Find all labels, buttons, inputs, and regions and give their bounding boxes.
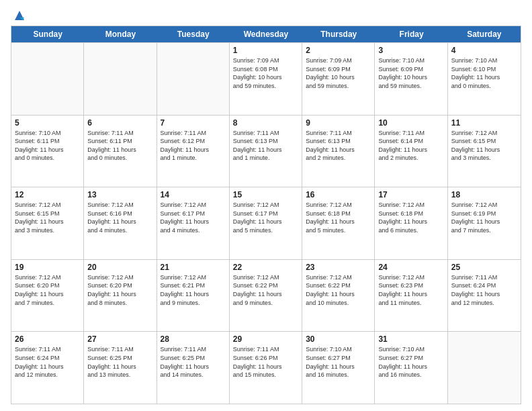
cal-cell: 9Sunrise: 7:11 AM Sunset: 6:13 PM Daylig… [302,116,375,187]
cal-cell: 12Sunrise: 7:12 AM Sunset: 6:15 PM Dayli… [11,187,84,259]
day-number: 18 [451,190,517,199]
day-number: 22 [233,263,298,272]
day-number: 23 [306,263,371,272]
cal-cell: 3Sunrise: 7:10 AM Sunset: 6:09 PM Daylig… [375,43,447,115]
day-number: 13 [87,190,152,199]
cal-cell: 28Sunrise: 7:11 AM Sunset: 6:25 PM Dayli… [157,332,230,404]
day-info: Sunrise: 7:12 AM Sunset: 6:15 PM Dayligh… [451,129,517,163]
logo-icon [12,8,27,23]
cal-cell: 21Sunrise: 7:12 AM Sunset: 6:21 PM Dayli… [157,260,230,332]
cal-cell [84,43,157,115]
day-number: 7 [161,118,226,128]
day-info: Sunrise: 7:11 AM Sunset: 6:14 PM Dayligh… [378,129,443,163]
day-info: Sunrise: 7:12 AM Sunset: 6:18 PM Dayligh… [306,201,371,234]
cal-week: 19Sunrise: 7:12 AM Sunset: 6:20 PM Dayli… [11,259,521,332]
cal-header-day: Thursday [302,26,375,42]
day-info: Sunrise: 7:11 AM Sunset: 6:11 PM Dayligh… [87,129,152,163]
day-info: Sunrise: 7:12 AM Sunset: 6:16 PM Dayligh… [87,201,152,234]
cal-cell: 25Sunrise: 7:11 AM Sunset: 6:24 PM Dayli… [448,260,521,332]
day-number: 16 [306,190,371,199]
cal-header-day: Tuesday [157,26,230,42]
cal-cell: 20Sunrise: 7:12 AM Sunset: 6:20 PM Dayli… [84,260,157,332]
day-number: 25 [451,263,517,272]
cal-cell: 31Sunrise: 7:10 AM Sunset: 6:27 PM Dayli… [375,332,447,404]
day-number: 8 [233,118,298,128]
day-info: Sunrise: 7:12 AM Sunset: 6:21 PM Dayligh… [161,273,226,307]
day-info: Sunrise: 7:12 AM Sunset: 6:17 PM Dayligh… [233,201,298,234]
day-info: Sunrise: 7:12 AM Sunset: 6:20 PM Dayligh… [87,273,152,307]
day-info: Sunrise: 7:10 AM Sunset: 6:27 PM Dayligh… [306,345,371,379]
day-info: Sunrise: 7:12 AM Sunset: 6:22 PM Dayligh… [233,273,298,307]
cal-week: 12Sunrise: 7:12 AM Sunset: 6:15 PM Dayli… [11,187,521,259]
calendar-header: SundayMondayTuesdayWednesdayThursdayFrid… [11,26,521,42]
cal-cell: 19Sunrise: 7:12 AM Sunset: 6:20 PM Dayli… [11,260,84,332]
day-number: 29 [233,334,298,344]
day-number: 15 [233,190,298,199]
cal-cell: 27Sunrise: 7:11 AM Sunset: 6:25 PM Dayli… [84,332,157,404]
day-number: 14 [161,190,226,199]
cal-week: 26Sunrise: 7:11 AM Sunset: 6:24 PM Dayli… [11,331,521,404]
day-number: 24 [378,263,443,272]
day-info: Sunrise: 7:11 AM Sunset: 6:26 PM Dayligh… [233,345,298,379]
cal-cell: 16Sunrise: 7:12 AM Sunset: 6:18 PM Dayli… [302,187,375,259]
header [11,8,521,20]
day-number: 31 [378,334,443,344]
day-number: 5 [15,118,80,128]
cal-cell: 15Sunrise: 7:12 AM Sunset: 6:17 PM Dayli… [230,187,302,259]
cal-cell [11,43,84,115]
day-number: 2 [306,46,371,55]
cal-week: 1Sunrise: 7:09 AM Sunset: 6:08 PM Daylig… [11,42,521,115]
day-number: 21 [161,263,226,272]
day-number: 6 [87,118,152,128]
day-info: Sunrise: 7:11 AM Sunset: 6:13 PM Dayligh… [233,129,298,163]
cal-cell: 29Sunrise: 7:11 AM Sunset: 6:26 PM Dayli… [230,332,302,404]
cal-cell: 8Sunrise: 7:11 AM Sunset: 6:13 PM Daylig… [230,116,302,187]
cal-cell: 17Sunrise: 7:12 AM Sunset: 6:18 PM Dayli… [375,187,447,259]
day-info: Sunrise: 7:12 AM Sunset: 6:19 PM Dayligh… [451,201,517,234]
day-info: Sunrise: 7:11 AM Sunset: 6:24 PM Dayligh… [451,273,517,307]
cal-header-day: Wednesday [230,26,302,42]
cal-cell [448,332,521,404]
cal-cell: 4Sunrise: 7:10 AM Sunset: 6:10 PM Daylig… [448,43,521,115]
day-number: 4 [451,46,517,55]
day-info: Sunrise: 7:11 AM Sunset: 6:25 PM Dayligh… [161,345,226,379]
day-info: Sunrise: 7:10 AM Sunset: 6:10 PM Dayligh… [451,56,517,90]
day-number: 11 [451,118,517,128]
day-info: Sunrise: 7:12 AM Sunset: 6:15 PM Dayligh… [15,201,80,234]
logo [11,8,27,20]
day-number: 28 [161,334,226,344]
day-number: 10 [378,118,443,128]
cal-cell: 10Sunrise: 7:11 AM Sunset: 6:14 PM Dayli… [375,116,447,187]
day-number: 27 [87,334,152,344]
day-info: Sunrise: 7:12 AM Sunset: 6:20 PM Dayligh… [15,273,80,307]
day-number: 17 [378,190,443,199]
day-info: Sunrise: 7:11 AM Sunset: 6:24 PM Dayligh… [15,345,80,379]
day-number: 12 [15,190,80,199]
day-number: 19 [15,263,80,272]
calendar: SundayMondayTuesdayWednesdayThursdayFrid… [11,26,521,404]
cal-header-day: Saturday [448,26,521,42]
cal-cell: 7Sunrise: 7:11 AM Sunset: 6:12 PM Daylig… [157,116,230,187]
day-info: Sunrise: 7:09 AM Sunset: 6:08 PM Dayligh… [233,56,298,90]
cal-cell: 2Sunrise: 7:09 AM Sunset: 6:09 PM Daylig… [302,43,375,115]
cal-cell: 11Sunrise: 7:12 AM Sunset: 6:15 PM Dayli… [448,116,521,187]
page: SundayMondayTuesdayWednesdayThursdayFrid… [0,0,532,411]
day-number: 9 [306,118,371,128]
cal-cell: 26Sunrise: 7:11 AM Sunset: 6:24 PM Dayli… [11,332,84,404]
cal-cell: 5Sunrise: 7:10 AM Sunset: 6:11 PM Daylig… [11,116,84,187]
day-info: Sunrise: 7:10 AM Sunset: 6:09 PM Dayligh… [378,56,443,90]
cal-cell: 13Sunrise: 7:12 AM Sunset: 6:16 PM Dayli… [84,187,157,259]
day-info: Sunrise: 7:10 AM Sunset: 6:27 PM Dayligh… [378,345,443,379]
day-info: Sunrise: 7:12 AM Sunset: 6:17 PM Dayligh… [161,201,226,234]
cal-cell: 6Sunrise: 7:11 AM Sunset: 6:11 PM Daylig… [84,116,157,187]
day-number: 1 [233,46,298,55]
cal-cell: 30Sunrise: 7:10 AM Sunset: 6:27 PM Dayli… [302,332,375,404]
cal-cell: 1Sunrise: 7:09 AM Sunset: 6:08 PM Daylig… [230,43,302,115]
cal-cell: 24Sunrise: 7:12 AM Sunset: 6:23 PM Dayli… [375,260,447,332]
cal-header-day: Friday [375,26,447,42]
cal-cell: 23Sunrise: 7:12 AM Sunset: 6:22 PM Dayli… [302,260,375,332]
cal-header-day: Monday [84,26,157,42]
calendar-body: 1Sunrise: 7:09 AM Sunset: 6:08 PM Daylig… [11,42,521,404]
cal-cell: 22Sunrise: 7:12 AM Sunset: 6:22 PM Dayli… [230,260,302,332]
day-info: Sunrise: 7:11 AM Sunset: 6:25 PM Dayligh… [87,345,152,379]
